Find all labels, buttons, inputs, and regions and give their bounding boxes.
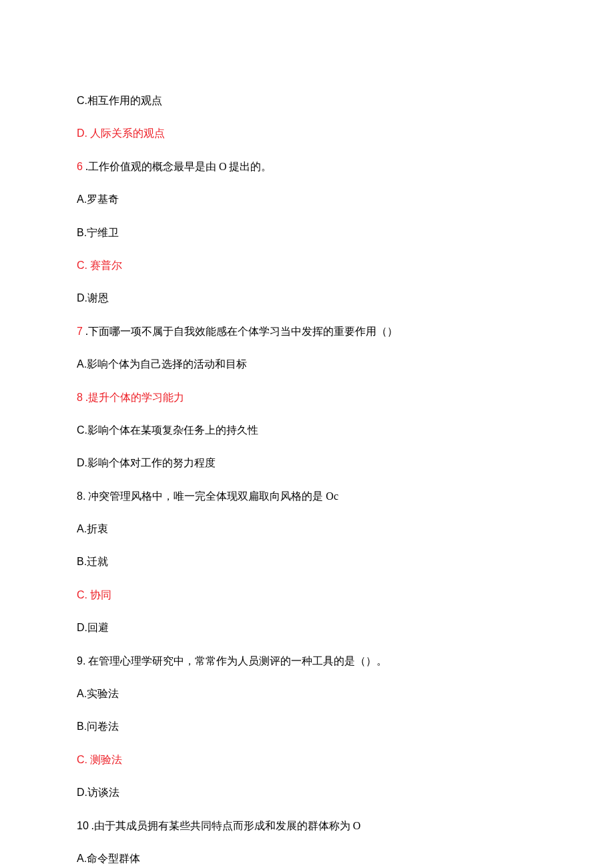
line-text: 赛普尔 [90, 260, 122, 271]
text-line: 10 .由于其成员拥有某些共同特点而形成和发展的群体称为 O [77, 819, 537, 833]
text-line: C. 协同 [77, 588, 537, 602]
line-text: 影响个体在某项复杂任务上的持久性 [87, 424, 258, 436]
line-prefix: A. [77, 523, 87, 534]
text-line: 9. 在管理心理学研究中，常常作为人员测评的一种工具的是（）。 [77, 654, 537, 669]
text-line: A.折衷 [77, 522, 537, 536]
line-text: .由于其成员拥有某些共同特点而形成和发展的群体称为 O [89, 820, 361, 831]
line-prefix: 10 [77, 820, 89, 831]
line-prefix: C. [77, 424, 87, 436]
line-text: 回避 [87, 622, 109, 633]
line-prefix: D. [77, 457, 87, 468]
line-prefix: C. [77, 589, 87, 600]
line-text: 实验法 [87, 688, 119, 699]
line-text: 相互作用的观点 [87, 95, 162, 106]
line-text: 影响个体为自己选择的活动和目标 [87, 358, 247, 370]
line-prefix: 9. [77, 655, 85, 667]
line-text: 问卷法 [87, 721, 119, 732]
line-prefix: B. [77, 721, 87, 732]
text-line: C. 赛普尔 [77, 258, 537, 273]
text-line: 6 .工作价值观的概念最早是由 O 提出的。 [77, 159, 537, 174]
line-text: 在管理心理学研究中，常常作为人员测评的一种工具的是（）。 [85, 655, 387, 667]
text-line: A.影响个体为自己选择的活动和目标 [77, 357, 537, 372]
text-line: A.命令型群体 [77, 851, 537, 866]
line-text: 访谈法 [87, 787, 119, 798]
line-text: .下面哪一项不属于自我效能感在个体学习当中发挥的重要作用（） [83, 326, 398, 337]
line-prefix: 6 [77, 161, 83, 172]
line-text: 影响个体对工作的努力程度 [87, 457, 216, 468]
text-line: B.宁维卫 [77, 226, 537, 240]
line-text: 折衷 [87, 523, 108, 534]
line-prefix: B. [77, 227, 87, 238]
text-line: D.回避 [77, 620, 537, 635]
text-line: 8 .提升个体的学习能力 [77, 390, 537, 405]
line-prefix: B. [77, 556, 87, 567]
text-line: C.影响个体在某项复杂任务上的持久性 [77, 423, 537, 438]
document-page: C.相互作用的观点D. 人际关系的观点6 .工作价值观的概念最早是由 O 提出的… [0, 0, 614, 868]
line-prefix: C. [77, 260, 87, 271]
line-prefix: D. [77, 292, 87, 304]
line-prefix: 8. [77, 490, 85, 502]
text-line: B.问卷法 [77, 719, 537, 734]
line-prefix: A. [77, 688, 87, 699]
line-prefix: A. [77, 853, 87, 864]
line-text: 协同 [90, 589, 111, 600]
text-line: A.罗基奇 [77, 192, 537, 207]
text-line: 8. 冲突管理风格中，唯一完全体现双扁取向风格的是 Oc [77, 489, 537, 504]
text-line: A.实验法 [77, 687, 537, 701]
line-text: 冲突管理风格中，唯一完全体现双扁取向风格的是 Oc [85, 490, 338, 502]
line-text: 谢恩 [87, 292, 109, 304]
line-text: 迁就 [87, 556, 108, 567]
line-text: 宁维卫 [87, 227, 119, 238]
line-prefix: D. [77, 127, 87, 139]
text-line: D.影响个体对工作的努力程度 [77, 456, 537, 470]
text-line: B.迁就 [77, 554, 537, 569]
line-prefix: A. [77, 358, 87, 370]
line-prefix: D. [77, 622, 87, 633]
line-prefix: C. [77, 95, 87, 106]
line-text: .提升个体的学习能力 [83, 392, 184, 403]
line-prefix: C. [77, 754, 87, 765]
line-text: 人际关系的观点 [90, 127, 165, 139]
text-line: C. 测验法 [77, 753, 537, 767]
text-line: D.访谈法 [77, 785, 537, 800]
line-text: 命令型群体 [87, 853, 140, 864]
text-line: D.谢恩 [77, 291, 537, 306]
text-line: D. 人际关系的观点 [77, 126, 537, 141]
line-prefix: A. [77, 193, 87, 205]
line-prefix: 7 [77, 326, 83, 337]
line-text: 测验法 [90, 754, 122, 765]
line-text: .工作价值观的概念最早是由 O 提出的。 [83, 161, 272, 172]
line-text: 罗基奇 [87, 193, 119, 205]
text-line: C.相互作用的观点 [77, 93, 537, 108]
line-prefix: 8 [77, 392, 83, 403]
line-prefix: D. [77, 787, 87, 798]
text-line: 7 .下面哪一项不属于自我效能感在个体学习当中发挥的重要作用（） [77, 324, 537, 339]
